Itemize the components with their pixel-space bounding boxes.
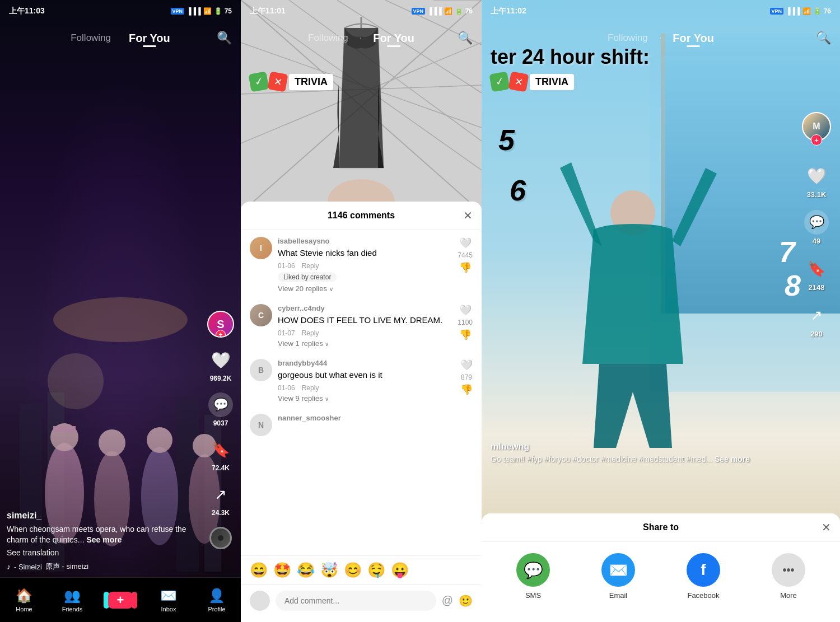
comment-text: What Stevie nicks fan died [278, 247, 452, 259]
nav-add[interactable]: + [104, 592, 137, 609]
commenter-avatar[interactable]: B [250, 359, 272, 381]
p2-nav-following[interactable]: Following [299, 32, 357, 44]
p3-trivia-icons: ✓ ✕ [491, 73, 528, 91]
comment-input[interactable] [276, 591, 436, 611]
p3-creator-profile[interactable]: M + [802, 112, 831, 141]
profile-action[interactable]: S + [207, 311, 234, 338]
p3-bookmark-icon[interactable]: 🔖 [804, 256, 829, 281]
search-icon[interactable]: 🔍 [217, 31, 232, 45]
follow-button[interactable]: + [216, 330, 226, 338]
emoji-bar: 😄 🤩 😂 🤯 😊 🤤 😛 [241, 555, 482, 584]
emoji-grin[interactable]: 😄 [250, 562, 268, 579]
nav-bar: Following For You 🔍 [0, 22, 241, 54]
commenter-avatar[interactable]: N [250, 414, 272, 436]
p3-share-icon[interactable]: ↗ [804, 303, 829, 328]
p3-nav-following[interactable]: Following [599, 32, 657, 44]
comment-heart-icon[interactable]: 🤍 [459, 304, 472, 316]
see-more-button[interactable]: See more [86, 535, 122, 544]
comment-dislike-icon[interactable]: 👎 [459, 329, 472, 341]
bookmark-count: 72.4K [212, 464, 230, 472]
p3-nav-foryou[interactable]: For You [664, 32, 723, 45]
commenter-username[interactable]: nanner_smoosher [278, 414, 473, 422]
reply-button[interactable]: Reply [302, 262, 319, 270]
commenter-avatar[interactable]: C [250, 304, 272, 326]
see-translation-button[interactable]: See translation [7, 548, 202, 557]
commenter-username[interactable]: cyberr..c4ndy [278, 304, 452, 312]
add-button[interactable]: + [108, 592, 133, 609]
comment-heart-icon[interactable]: 🤍 [460, 359, 473, 371]
comment-dislike-icon[interactable]: 👎 [460, 384, 473, 396]
p3-follow-button[interactable]: + [811, 134, 822, 146]
p2-nav-foryou[interactable]: For You [364, 32, 423, 45]
reply-button[interactable]: Reply [302, 384, 319, 392]
vpn-indicator: VPN [171, 8, 185, 15]
p3-battery-level: 76 [824, 7, 831, 15]
nav-friends[interactable]: 👥 Friends [55, 588, 89, 612]
nav-profile[interactable]: 👤 Profile [200, 588, 234, 612]
commenter-avatar[interactable]: I [250, 237, 272, 259]
p3-search-icon[interactable]: 🔍 [816, 31, 831, 45]
p3-username[interactable]: mlnewng [491, 442, 795, 452]
comment-action[interactable]: 💬 9037 [208, 392, 233, 427]
reply-button[interactable]: Reply [302, 329, 319, 337]
share-facebook[interactable]: f Facebook [687, 553, 720, 600]
chevron-down-icon: ∨ [329, 286, 333, 292]
p3-like-icon[interactable]: 🤍 [804, 163, 829, 188]
emoji-laugh[interactable]: 😂 [297, 562, 315, 579]
p3-comment-icon[interactable]: 💬 [804, 210, 829, 235]
comment-dislike-icon[interactable]: 👎 [459, 261, 472, 274]
nav-following[interactable]: Following [62, 32, 120, 44]
email-icon: ✉️ [601, 553, 635, 587]
video-username[interactable]: simeizi_ [7, 511, 202, 521]
p3-like-action[interactable]: 🤍 33.1K [804, 163, 829, 199]
share-close-button[interactable]: ✕ [822, 521, 831, 534]
sms-icon: 💬 [516, 553, 550, 587]
comment-icon[interactable]: 💬 [208, 392, 233, 417]
comment-body: brandybby444 gorgeous but what even is i… [278, 359, 455, 403]
share-panel: Share to ✕ 💬 SMS ✉️ Email f Facebook •••… [482, 513, 840, 622]
view-replies-button[interactable]: View 20 replies ∨ [278, 284, 452, 293]
comment-body: isabellesaysno What Stevie nicks fan die… [278, 237, 452, 293]
p2-battery-level: 76 [465, 7, 473, 15]
comment-heart-icon[interactable]: 🤍 [459, 237, 472, 249]
comment-meta: 01-06 Reply [278, 262, 452, 270]
comment-like-count: 1100 [458, 319, 473, 326]
bookmark-icon[interactable]: 🔖 [208, 437, 233, 462]
p3-right-actions: M + 🤍 33.1K 💬 49 🔖 2148 ↗ 290 [802, 112, 831, 338]
emoji-drool[interactable]: 🤤 [367, 562, 385, 579]
comment-body: nanner_smoosher [278, 414, 473, 436]
view-replies-button[interactable]: View 1 replies ∨ [278, 339, 452, 348]
p3-see-more-button[interactable]: See more [715, 455, 750, 464]
commenter-username[interactable]: isabellesaysno [278, 237, 452, 245]
emoji-starstruck[interactable]: 🤩 [273, 562, 291, 579]
emoji-smile[interactable]: 😊 [344, 562, 362, 579]
nurse-figure-svg [482, 56, 840, 560]
like-action[interactable]: 🤍 969.2K [208, 348, 233, 382]
creator-avatar[interactable]: S + [207, 311, 234, 338]
bookmark-action[interactable]: 🔖 72.4K [208, 437, 233, 472]
p3-bookmark-action[interactable]: 🔖 2148 [804, 256, 829, 292]
nav-foryou[interactable]: For You [120, 32, 179, 45]
emoji-tongue[interactable]: 😛 [391, 562, 409, 579]
p3-comment-action[interactable]: 💬 49 [804, 210, 829, 245]
p2-search-icon[interactable]: 🔍 [458, 31, 473, 45]
trivia-badge[interactable]: ✓ ✕ TRIVIA [250, 73, 333, 91]
comments-close-button[interactable]: ✕ [463, 209, 473, 222]
share-email[interactable]: ✉️ Email [601, 553, 635, 600]
share-action[interactable]: ↗ 24.3K [208, 482, 233, 517]
commenter-username[interactable]: brandybby444 [278, 359, 455, 367]
p3-trivia-badge[interactable]: ✓ ✕ TRIVIA [491, 73, 574, 91]
p2-status-time: 上午11:01 [250, 6, 286, 16]
emoji-input-icon[interactable]: 🙂 [459, 594, 473, 607]
share-more[interactable]: ••• More [772, 553, 805, 600]
share-sms[interactable]: 💬 SMS [516, 553, 550, 600]
emoji-mind-blown[interactable]: 🤯 [320, 562, 338, 579]
at-icon[interactable]: @ [442, 594, 453, 607]
view-replies-button[interactable]: View 9 replies ∨ [278, 394, 455, 403]
p3-share-action[interactable]: ↗ 290 [804, 303, 829, 338]
share-icon[interactable]: ↗ [208, 482, 233, 507]
nav-inbox[interactable]: ✉️ Inbox [152, 588, 185, 612]
vinyl-action[interactable] [209, 527, 232, 549]
nav-home[interactable]: 🏠 Home [7, 588, 41, 612]
like-icon[interactable]: 🤍 [208, 348, 233, 372]
